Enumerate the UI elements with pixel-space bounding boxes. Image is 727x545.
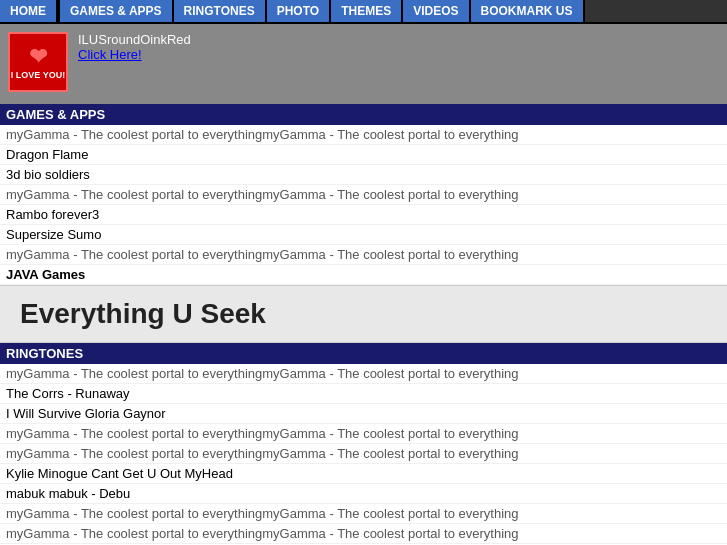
games-item-java[interactable]: JAVA Games xyxy=(0,265,727,285)
nav-themes[interactable]: THEMES xyxy=(331,0,403,22)
banner-click-link[interactable]: Click Here! xyxy=(78,47,142,62)
games-item-1[interactable]: Dragon Flame xyxy=(0,145,727,165)
banner-logo-text: I LOVE YOU! xyxy=(11,70,65,80)
ringtones-item-2[interactable]: I Will Survive Gloria Gaynor xyxy=(0,404,727,424)
eus-banner-1: Everything U Seek xyxy=(0,285,727,343)
nav-videos[interactable]: VIDEOS xyxy=(403,0,470,22)
navbar: HOME GAMES & APPS RINGTONES PHOTO THEMES… xyxy=(0,0,727,24)
games-header: GAMES & APPS xyxy=(0,104,727,125)
ringtones-item-7: myGamma - The coolest portal to everythi… xyxy=(0,504,727,524)
games-section: GAMES & APPS myGamma - The coolest porta… xyxy=(0,104,727,285)
ringtones-item-4: myGamma - The coolest portal to everythi… xyxy=(0,444,727,464)
ringtones-item-0: myGamma - The coolest portal to everythi… xyxy=(0,364,727,384)
nav-bookmark[interactable]: BOOKMARK US xyxy=(471,0,585,22)
games-item-6: myGamma - The coolest portal to everythi… xyxy=(0,245,727,265)
ringtones-header: RINGTONES xyxy=(0,343,727,364)
ringtones-item-5[interactable]: Kylie Minogue Cant Get U Out MyHead xyxy=(0,464,727,484)
ringtones-section: RINGTONES myGamma - The coolest portal t… xyxy=(0,343,727,545)
ringtones-item-6[interactable]: mabuk mabuk - Debu xyxy=(0,484,727,504)
ringtones-item-1[interactable]: The Corrs - Runaway xyxy=(0,384,727,404)
banner-text: ILUSroundOinkRed Click Here! xyxy=(78,32,191,96)
banner: ❤ I LOVE YOU! ILUSroundOinkRed Click Her… xyxy=(0,24,727,104)
games-item-4[interactable]: Rambo forever3 xyxy=(0,205,727,225)
ringtones-item-3: myGamma - The coolest portal to everythi… xyxy=(0,424,727,444)
nav-home[interactable]: HOME xyxy=(0,0,58,22)
nav-ringtones[interactable]: RINGTONES xyxy=(174,0,267,22)
heart-icon: ❤ xyxy=(29,44,47,70)
games-item-5[interactable]: Supersize Sumo xyxy=(0,225,727,245)
banner-title: ILUSroundOinkRed xyxy=(78,32,191,47)
nav-photo[interactable]: PHOTO xyxy=(267,0,331,22)
games-item-0: myGamma - The coolest portal to everythi… xyxy=(0,125,727,145)
banner-logo: ❤ I LOVE YOU! xyxy=(8,32,68,92)
nav-games[interactable]: GAMES & APPS xyxy=(58,0,174,22)
games-item-2[interactable]: 3d bio soldiers xyxy=(0,165,727,185)
games-item-3: myGamma - The coolest portal to everythi… xyxy=(0,185,727,205)
ringtones-item-8: myGamma - The coolest portal to everythi… xyxy=(0,524,727,544)
